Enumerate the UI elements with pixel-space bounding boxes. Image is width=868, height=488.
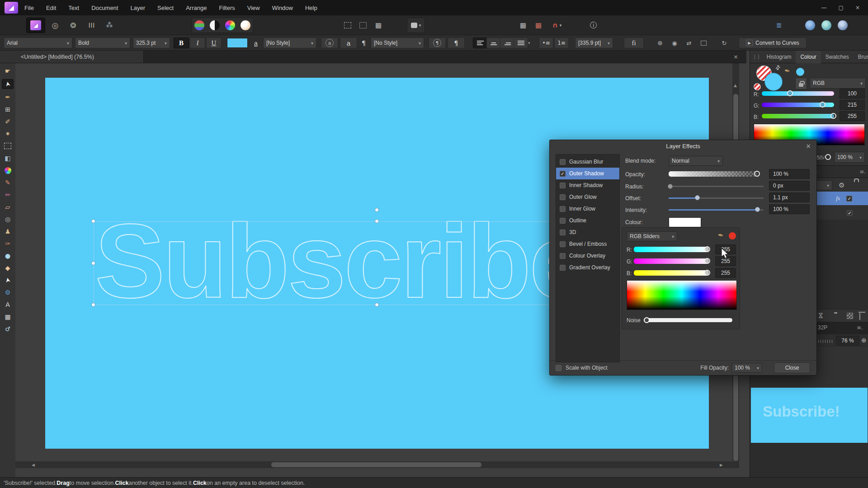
effect-checkbox[interactable] [560, 253, 566, 259]
menu-item-5[interactable]: Select [157, 5, 174, 11]
picker-spectrum[interactable] [627, 280, 737, 310]
font-size-select[interactable]: 325.3 pt▾ [133, 38, 170, 48]
transform-mode-icon[interactable] [696, 38, 711, 48]
view-tool[interactable]: ☛ [2, 67, 14, 75]
sharpen-tool[interactable]: ◆ [2, 264, 14, 272]
colour-picker-icon[interactable]: ✒ [784, 66, 791, 75]
panel-opacity-value[interactable]: 100 %▾ [834, 152, 865, 163]
scale-with-object-checkbox[interactable] [556, 365, 561, 371]
paint-brush-tool[interactable]: ✎ [2, 178, 14, 187]
export-persona-icon[interactable]: ⁂ [101, 18, 118, 33]
effect-row-bevel-emboss[interactable]: Bevel / Emboss [556, 238, 619, 250]
selection-bounding-box[interactable] [94, 221, 565, 305]
new-mask-icon[interactable] [847, 313, 853, 319]
tab-colour[interactable]: Colour [796, 51, 821, 63]
tone-mapping-persona-icon[interactable]: ☰ [83, 18, 99, 33]
ligatures-button[interactable]: fi [624, 38, 644, 48]
flip-icon[interactable]: ⇄ [682, 38, 696, 48]
colour-picker-tool[interactable]: ✒ [2, 93, 14, 101]
intensity-handle[interactable] [755, 207, 760, 212]
effect-checkbox[interactable] [560, 194, 566, 200]
tab-brushes[interactable]: Brushes [854, 51, 868, 63]
offset-handle[interactable] [695, 195, 700, 200]
menu-item-2[interactable]: Text [68, 5, 79, 11]
text-colour-swatch[interactable] [227, 38, 248, 48]
menu-item-4[interactable]: Layer [130, 5, 145, 11]
clone-stamp-tool[interactable]: ♟ [2, 227, 14, 235]
document-tab[interactable]: <Untitled> [Modified] (76.5%) [0, 51, 144, 63]
intensity-value[interactable]: 100 % [769, 204, 810, 214]
selection-handle-top-left[interactable] [91, 219, 95, 223]
effect-row-inner-glow[interactable]: Inner Glow [556, 203, 619, 215]
healing-brush-tool[interactable]: ✑ [2, 239, 14, 248]
eraser-tool[interactable]: ▱ [2, 203, 14, 211]
zoom-value[interactable]: 76 % [836, 336, 859, 346]
layer-thumbnail-preview[interactable]: Subscribe! [751, 388, 868, 443]
scroll-up-icon[interactable]: ▲ [734, 83, 737, 88]
minimize-icon[interactable]: — [821, 5, 827, 11]
close-window-icon[interactable]: × [855, 5, 860, 11]
bullet-list-button[interactable]: •≡ [539, 38, 553, 48]
auto-white-balance-icon[interactable] [241, 20, 250, 30]
noise-handle[interactable] [644, 317, 650, 323]
flood-select-tool[interactable]: ✶ [2, 130, 14, 138]
colour-replacement-brush-tool[interactable]: ✏ [2, 191, 14, 199]
reset-character-format-button[interactable]: a [321, 38, 338, 48]
toolbar-misc-icon-2[interactable] [819, 18, 834, 33]
tab-histogram[interactable]: Histogram [762, 51, 796, 63]
align-right-button[interactable] [500, 38, 514, 48]
warp-tool[interactable]: ⚙ [2, 288, 14, 296]
node-tool[interactable]: ➤ [2, 276, 14, 284]
mesh-warp-tool[interactable]: ▦ [2, 313, 14, 321]
toolbar-misc-icon-1[interactable] [803, 18, 817, 33]
blend-mode-select[interactable]: Normal▾ [669, 156, 723, 166]
b-slider[interactable] [762, 114, 834, 118]
marquee-mode-icon[interactable] [340, 18, 355, 33]
picker-b-slider[interactable] [634, 270, 709, 276]
menu-item-9[interactable]: Window [272, 5, 293, 11]
doc-badge[interactable]: 32P [818, 324, 827, 331]
fill-opacity-select[interactable]: 100 %▾ [731, 363, 762, 373]
selection-handle-top[interactable] [375, 219, 379, 223]
picker-r-slider[interactable] [634, 247, 709, 252]
scroll-left-icon[interactable]: ◀ [32, 463, 35, 467]
auto-colour-icon[interactable] [225, 20, 235, 30]
toolbar-misc-icon-3[interactable] [835, 18, 850, 33]
show-character-button[interactable]: a [340, 38, 357, 48]
show-pilcrows-button[interactable]: ¶ [448, 38, 465, 48]
edit-selection-icon[interactable] [356, 18, 370, 33]
cycle-selection-icon[interactable]: ↻ [717, 38, 731, 48]
mask-hourglass-icon[interactable]: ⋈ [817, 312, 825, 319]
align-justify-button[interactable] [514, 38, 528, 48]
picker-r-handle[interactable] [704, 246, 710, 252]
close-button[interactable]: Close [774, 362, 810, 373]
menu-item-7[interactable]: Filters [219, 5, 235, 11]
menu-item-1[interactable]: Edit [46, 5, 56, 11]
selection-handle-left[interactable] [91, 261, 95, 265]
bold-button[interactable]: B [174, 38, 189, 48]
tab-swatches[interactable]: Swatches [821, 51, 854, 63]
menu-item-3[interactable]: Document [91, 5, 118, 11]
radius-value[interactable]: 0 px [769, 181, 810, 191]
zoom-plus-icon[interactable]: ⊕ [861, 337, 867, 344]
picker-eyedropper-icon[interactable]: ✒ [717, 231, 725, 240]
shadow-colour-swatch[interactable] [669, 217, 701, 227]
italic-button[interactable]: I [190, 38, 205, 48]
lock-colour-button[interactable] [795, 78, 807, 89]
close-document-icon[interactable]: × [733, 53, 738, 60]
effect-row-3d[interactable]: 3D [556, 226, 619, 238]
b-value[interactable]: 255 [840, 111, 865, 121]
crop-tool[interactable]: ⊞ [2, 105, 14, 113]
dodge-burn-tool[interactable]: ◎ [2, 215, 14, 223]
opacity-slider[interactable] [669, 171, 757, 177]
layers-panel-menu-icon[interactable]: ≡. [859, 169, 868, 175]
effect-checkbox[interactable] [560, 241, 566, 247]
picker-g-slider[interactable] [634, 258, 709, 264]
r-value[interactable]: 100 [840, 89, 865, 99]
assistant-icon[interactable]: ⓘ [586, 18, 601, 33]
auto-contrast-icon[interactable] [210, 20, 220, 30]
paragraph-style-select[interactable]: [No Style]▾ [371, 38, 424, 48]
liquify-persona-icon[interactable]: ◎ [47, 18, 63, 33]
panel-drag-handle[interactable]: ❘❘ [750, 54, 762, 59]
layer-fx-badge[interactable]: fx [836, 195, 840, 202]
